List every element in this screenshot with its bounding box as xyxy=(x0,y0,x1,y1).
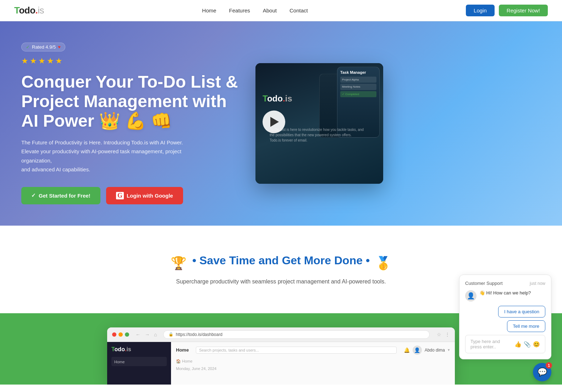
navbar: Todo.is Home Features About Contact Logi… xyxy=(0,0,562,21)
logo-t: T xyxy=(14,5,19,16)
browser-content: Todo.is Home Home Search projects, tasks… xyxy=(107,342,455,385)
chat-popup: Customer Support just now 👤 👋 Hi! How ca… xyxy=(459,275,551,359)
browser-sidebar-logo: Todo.is xyxy=(111,346,167,353)
sidebar-logo-is: is xyxy=(126,346,131,352)
star-1: ★ xyxy=(21,56,28,66)
sidebar-item-home[interactable]: Home xyxy=(114,360,125,364)
video-logo-t: T xyxy=(263,93,267,103)
browser-date: Monday, June 24, 2024 xyxy=(176,366,450,371)
navbar-actions: Login Register Now! xyxy=(466,5,548,16)
browser-forward-icon[interactable]: → xyxy=(145,332,150,337)
chat-bubble: 👋 Hi! How can we help? xyxy=(479,290,531,296)
browser-topnav: Home Search projects, tasks and users...… xyxy=(176,346,450,355)
logo-odo: odo xyxy=(19,5,35,16)
rating-check: ✓ xyxy=(26,44,30,50)
chat-message-row: 👤 👋 Hi! How can we help? xyxy=(465,290,545,302)
browser-dot-maximize[interactable] xyxy=(125,332,129,337)
browser-controls xyxy=(112,332,129,337)
star-3: ★ xyxy=(38,56,45,66)
star-2: ★ xyxy=(30,56,37,66)
sidebar-logo-t: T xyxy=(111,346,115,352)
breadcrumb-label: Home xyxy=(182,359,192,363)
nav-item-about[interactable]: About xyxy=(263,7,277,14)
nav-menu: Home Features About Contact xyxy=(202,7,308,14)
video-text-content2: the possibilities that the new powered s… xyxy=(270,133,352,137)
login-button[interactable]: Login xyxy=(466,5,495,16)
subtitle-line3: and advanced AI capabilities. xyxy=(21,166,90,172)
get-started-button[interactable]: ✓ Get Started for Free! xyxy=(21,187,100,204)
browser-back-icon[interactable]: ← xyxy=(136,332,140,337)
browser-breadcrumb: 🏠 Home xyxy=(176,358,450,365)
browser-menu-icon[interactable]: ⋮ xyxy=(445,332,450,337)
nav-link-about[interactable]: About xyxy=(263,7,277,13)
hero-content: ✓ Rated 4.9/5 ♥ ★ ★ ★ ★ ★ Conquer Your T… xyxy=(21,43,241,204)
breadcrumb-icon: 🏠 xyxy=(176,359,181,363)
browser-frame: ← → ⌂ 🔒 https://todo.is/dashboard ☆ ⋮ To… xyxy=(107,327,455,385)
hero-title: Conquer Your To-Do List & Project Manage… xyxy=(21,72,241,131)
subtitle-line2: Elevate your productivity with AI-powere… xyxy=(21,148,181,164)
chat-action-buttons: I have a question Tell me more xyxy=(465,306,545,332)
browser-avatar[interactable]: 👤 xyxy=(413,346,422,355)
nav-link-contact[interactable]: Contact xyxy=(290,7,308,13)
play-triangle-icon xyxy=(270,117,279,127)
chat-input-icons: 👍 📎 😊 xyxy=(514,341,540,348)
rating-heart: ♥ xyxy=(58,44,61,50)
browser-urlbar[interactable]: 🔒 https://todo.is/dashboard xyxy=(163,330,430,339)
browser-main: Home Search projects, tasks and users...… xyxy=(171,342,455,385)
chat-badge: 1 xyxy=(546,362,552,369)
nav-link-features[interactable]: Features xyxy=(229,7,250,13)
chat-avatar: 👤 xyxy=(465,290,476,302)
browser-dot-minimize[interactable] xyxy=(119,332,123,337)
nav-item-features[interactable]: Features xyxy=(229,7,250,14)
chat-fab-button[interactable]: 💬 1 xyxy=(533,363,551,381)
nav-link-home[interactable]: Home xyxy=(202,7,216,13)
features-headline: • Save Time and Get More Done • xyxy=(192,254,370,267)
chat-header: Customer Support just now xyxy=(465,281,545,286)
login-google-button[interactable]: G Login with Google xyxy=(106,187,183,204)
hero-stars: ★ ★ ★ ★ ★ xyxy=(21,56,241,66)
browser-home-label: Home xyxy=(176,347,189,353)
hero-video[interactable]: Task Manager Project Alpha Meeting Notes… xyxy=(255,63,383,184)
browser-bell-icon[interactable]: 🔔 xyxy=(404,347,410,353)
video-logo: Todo.is xyxy=(263,93,357,103)
lock-icon: 🔒 xyxy=(169,332,173,337)
emoji-icon[interactable]: 😊 xyxy=(533,341,540,348)
hero-video-inner: Task Manager Project Alpha Meeting Notes… xyxy=(255,63,383,184)
nav-item-home[interactable]: Home xyxy=(202,7,216,14)
chat-question-button[interactable]: I have a question xyxy=(498,306,545,318)
google-g-icon: G xyxy=(116,192,124,199)
browser-search[interactable]: Search projects, tasks and users... xyxy=(196,347,397,354)
browser-star-icon[interactable]: ☆ xyxy=(437,332,441,337)
chat-fab-icon: 💬 xyxy=(538,368,547,377)
subtitle-line1: The Future of Productivity is Here. Intr… xyxy=(21,139,183,145)
browser-dropdown-icon[interactable]: ▾ xyxy=(448,348,450,352)
hero-rating: ✓ Rated 4.9/5 ♥ xyxy=(21,43,65,51)
chat-input-area: Type here and press enter.. 👍 📎 😊 xyxy=(465,335,545,353)
chat-widget: Customer Support just now 👤 👋 Hi! How ca… xyxy=(459,275,551,381)
video-logo-is: is xyxy=(285,93,292,103)
hero-subtitle: The Future of Productivity is Here. Intr… xyxy=(21,138,206,174)
chat-avatar-emoji: 👤 xyxy=(467,292,475,300)
chat-input-placeholder[interactable]: Type here and press enter.. xyxy=(470,339,511,349)
register-button[interactable]: Register Now! xyxy=(499,5,548,16)
thumbs-up-icon[interactable]: 👍 xyxy=(514,341,522,348)
browser-dot-close[interactable] xyxy=(112,332,116,337)
chat-title: Customer Support xyxy=(465,281,503,286)
rating-text: Rated 4.9/5 xyxy=(32,44,56,50)
browser-username: Abdo dima xyxy=(425,348,445,353)
url-text: https://todo.is/dashboard xyxy=(176,332,222,337)
browser-home-icon[interactable]: ⌂ xyxy=(154,332,157,337)
get-started-check-icon: ✓ xyxy=(31,192,36,199)
logo-is: is xyxy=(38,5,44,16)
hero-section: ✓ Rated 4.9/5 ♥ ★ ★ ★ ★ ★ Conquer Your T… xyxy=(0,21,562,226)
chat-more-button[interactable]: Tell me more xyxy=(507,320,545,332)
google-login-label: Login with Google xyxy=(127,193,173,199)
logo[interactable]: Todo.is xyxy=(14,5,44,16)
video-logo-dot: . xyxy=(283,93,285,103)
get-started-label: Get Started for Free! xyxy=(39,193,90,199)
browser-user-area: 🔔 👤 Abdo dima ▾ xyxy=(404,346,450,355)
browser-sidebar: Todo.is Home xyxy=(107,342,171,385)
attach-icon[interactable]: 📎 xyxy=(524,341,531,348)
medal-icon: 🥇 xyxy=(375,256,391,271)
nav-item-contact[interactable]: Contact xyxy=(290,7,308,14)
